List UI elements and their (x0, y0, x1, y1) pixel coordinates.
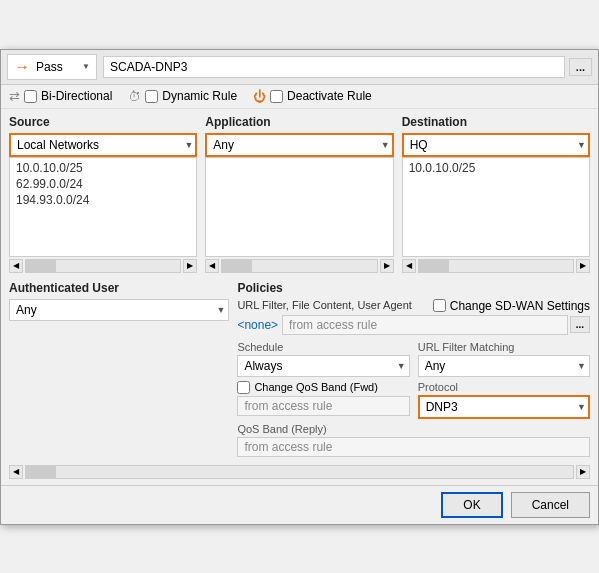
main-dialog: → Pass ▼ ... ⇄ Bi-Directional ⏱ Dynamic … (0, 49, 599, 525)
url-filter-matching-dropdown-wrapper: Any ▼ (418, 355, 590, 377)
qos-protocol-row: Change QoS Band (Fwd) Protocol DNP3 ▼ (237, 381, 590, 419)
url-filter-matching-dropdown[interactable]: Any (418, 355, 590, 377)
app-scroll-right[interactable]: ▶ (380, 259, 394, 273)
auth-user-dropdown-wrapper: Any ▼ (9, 299, 229, 321)
source-label: Source (9, 115, 197, 129)
dest-hscroll[interactable] (418, 259, 574, 273)
footer-buttons: OK Cancel (1, 485, 598, 524)
name-field: ... (103, 56, 592, 78)
source-dropdown[interactable]: Local Networks (9, 133, 197, 157)
destination-dropdown-wrapper: HQ ▼ (402, 133, 590, 157)
deactivate-rule-label: Deactivate Rule (287, 89, 372, 103)
protocol-col: Protocol DNP3 ▼ (418, 381, 590, 419)
from-access-rule-input (282, 315, 568, 335)
application-list (205, 157, 393, 257)
rule-name-input[interactable] (103, 56, 565, 78)
power-icon: ⏻ (253, 89, 266, 104)
application-dropdown-wrapper: Any ▼ (205, 133, 393, 157)
bottom-section: Authenticated User Any ▼ Policies URL Fi… (9, 281, 590, 457)
destination-dropdown[interactable]: HQ (402, 133, 590, 157)
qos-reply-label: QoS Band (Reply) (237, 423, 590, 435)
change-sdwan-text: Change SD-WAN Settings (450, 299, 590, 313)
change-sdwan-checkbox[interactable] (433, 299, 446, 312)
policies-section: Policies URL Filter, File Content, User … (237, 281, 590, 457)
dest-scroll-right[interactable]: ▶ (576, 259, 590, 273)
url-filter-matching-label: URL Filter Matching (418, 341, 590, 353)
qos-fwd-input (237, 396, 409, 416)
bidirectional-icon: ⇄ (9, 89, 20, 104)
footer-hscroll[interactable] (25, 465, 574, 479)
qos-fwd-checkbox[interactable] (237, 381, 250, 394)
destination-scrollbar: ◀ ▶ (402, 259, 590, 273)
action-dropdown[interactable]: → Pass ▼ (7, 54, 97, 80)
source-scroll-left[interactable]: ◀ (9, 259, 23, 273)
application-section: Application Any ▼ ◀ ▶ (205, 115, 393, 273)
toolbar: ⇄ Bi-Directional ⏱ Dynamic Rule ⏻ Deacti… (1, 85, 598, 109)
schedule-dropdown[interactable]: Always (237, 355, 409, 377)
dynamic-rule-checkbox[interactable] (145, 90, 158, 103)
schedule-col: Schedule Always ▼ (237, 341, 409, 377)
source-hscroll[interactable] (25, 259, 181, 273)
list-item: 194.93.0.0/24 (14, 192, 192, 208)
bidirectional-checkbox-label[interactable]: Bi-Directional (24, 89, 112, 103)
auth-user-dropdown[interactable]: Any (9, 299, 229, 321)
toolbar-deactivate-rule: ⏻ Deactivate Rule (253, 89, 372, 104)
auth-user-label: Authenticated User (9, 281, 229, 295)
change-sdwan-label[interactable]: Change SD-WAN Settings (433, 299, 590, 313)
chevron-down-icon: ▼ (82, 62, 90, 71)
source-dropdown-wrapper: Local Networks ▼ (9, 133, 197, 157)
cancel-button[interactable]: Cancel (511, 492, 590, 518)
source-list: 10.0.10.0/25 62.99.0.0/24 194.93.0.0/24 (9, 157, 197, 257)
list-item: 10.0.10.0/25 (407, 160, 585, 176)
url-filter-row: URL Filter, File Content, User Agent Cha… (237, 299, 590, 313)
footer-scrollbar: ◀ ▶ (9, 465, 590, 479)
dest-scroll-left[interactable]: ◀ (402, 259, 416, 273)
footer-scroll-left[interactable]: ◀ (9, 465, 23, 479)
clock-icon: ⏱ (128, 89, 141, 104)
app-scroll-left[interactable]: ◀ (205, 259, 219, 273)
destination-list: 10.0.10.0/25 (402, 157, 590, 257)
source-scrollbar: ◀ ▶ (9, 259, 197, 273)
dialog-header: → Pass ▼ ... (1, 50, 598, 85)
none-label[interactable]: <none> (237, 318, 278, 332)
three-col-section: Source Local Networks ▼ 10.0.10.0/25 62.… (9, 115, 590, 273)
deactivate-rule-checkbox-label[interactable]: Deactivate Rule (270, 89, 372, 103)
dynamic-rule-label: Dynamic Rule (162, 89, 237, 103)
toolbar-bidirectional: ⇄ Bi-Directional (9, 89, 112, 104)
bidirectional-label: Bi-Directional (41, 89, 112, 103)
ok-button[interactable]: OK (441, 492, 502, 518)
source-scroll-right[interactable]: ▶ (183, 259, 197, 273)
none-row: <none> ... (237, 315, 590, 335)
qos-fwd-checkbox-label[interactable]: Change QoS Band (Fwd) (237, 381, 409, 394)
application-scrollbar: ◀ ▶ (205, 259, 393, 273)
protocol-dropdown-wrapper: DNP3 ▼ (418, 395, 590, 419)
access-rule-dots-button[interactable]: ... (570, 316, 590, 333)
source-section: Source Local Networks ▼ 10.0.10.0/25 62.… (9, 115, 197, 273)
dynamic-rule-checkbox-label[interactable]: Dynamic Rule (145, 89, 237, 103)
app-hscroll[interactable] (221, 259, 377, 273)
policies-label: Policies (237, 281, 590, 295)
list-item: 62.99.0.0/24 (14, 176, 192, 192)
action-label: Pass (36, 60, 76, 74)
protocol-label: Protocol (418, 381, 590, 393)
footer-scroll-right[interactable]: ▶ (576, 465, 590, 479)
auth-user-section: Authenticated User Any ▼ (9, 281, 229, 457)
bidirectional-checkbox[interactable] (24, 90, 37, 103)
application-dropdown[interactable]: Any (205, 133, 393, 157)
schedule-dropdown-wrapper: Always ▼ (237, 355, 409, 377)
protocol-dropdown[interactable]: DNP3 (418, 395, 590, 419)
deactivate-rule-checkbox[interactable] (270, 90, 283, 103)
toolbar-dynamic-rule: ⏱ Dynamic Rule (128, 89, 237, 104)
qos-fwd-col: Change QoS Band (Fwd) (237, 381, 409, 419)
main-content: Source Local Networks ▼ 10.0.10.0/25 62.… (1, 109, 598, 485)
url-filter-matching-col: URL Filter Matching Any ▼ (418, 341, 590, 377)
destination-section: Destination HQ ▼ 10.0.10.0/25 ◀ ▶ (402, 115, 590, 273)
list-item: 10.0.10.0/25 (14, 160, 192, 176)
qos-reply-row: QoS Band (Reply) (237, 423, 590, 457)
arrow-icon: → (14, 58, 30, 76)
name-dots-button[interactable]: ... (569, 58, 592, 76)
qos-reply-input (237, 437, 590, 457)
qos-fwd-label: Change QoS Band (Fwd) (254, 381, 378, 393)
destination-label: Destination (402, 115, 590, 129)
schedule-urlfm-row: Schedule Always ▼ URL Filter Matching (237, 341, 590, 377)
